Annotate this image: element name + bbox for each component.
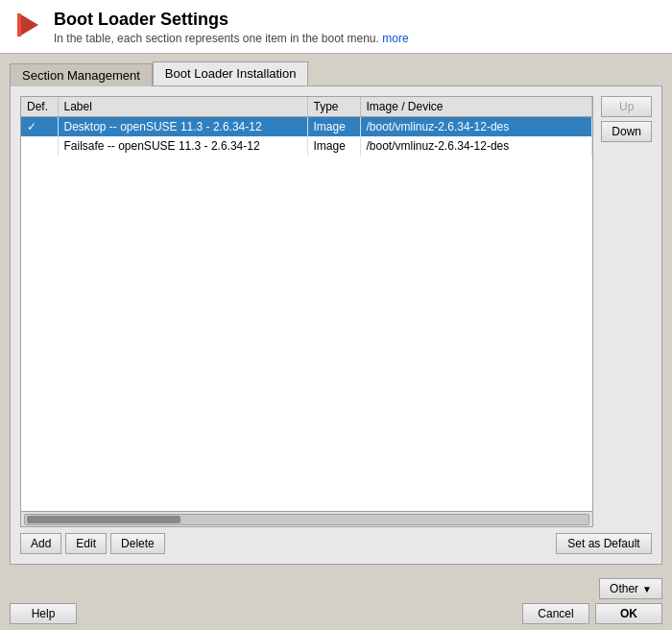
tabs: Section Management Boot Loader Installat… xyxy=(10,61,662,85)
table-wrapper: Def. Label Type Image / Device ✓Desktop … xyxy=(20,96,593,527)
other-button[interactable]: Other ▼ xyxy=(599,578,662,599)
page-title: Boot Loader Settings xyxy=(54,10,409,30)
table-header-row: Def. Label Type Image / Device xyxy=(21,97,592,117)
footer-bottom: Help Cancel OK xyxy=(10,603,662,624)
set-default-button[interactable]: Set as Default xyxy=(556,533,652,554)
up-button[interactable]: Up xyxy=(601,96,652,117)
ok-button[interactable]: OK xyxy=(595,603,662,624)
cell-default: ✓ xyxy=(21,117,58,137)
svg-marker-0 xyxy=(19,13,38,36)
scrollbar-track[interactable] xyxy=(24,514,589,525)
boot-loader-icon xyxy=(13,10,44,40)
cell-type: Image xyxy=(307,136,360,156)
cell-image: /boot/vmlinuz-2.6.34-12-des xyxy=(360,136,592,156)
more-link[interactable]: more xyxy=(382,32,408,45)
table-row[interactable]: Failsafe -- openSUSE 11.3 - 2.6.34-12Ima… xyxy=(21,136,592,156)
chevron-down-icon: ▼ xyxy=(642,584,652,594)
tab-panel: Def. Label Type Image / Device ✓Desktop … xyxy=(10,85,662,565)
cell-type: Image xyxy=(307,117,360,137)
cell-label: Failsafe -- openSUSE 11.3 - 2.6.34-12 xyxy=(58,136,307,156)
help-button[interactable]: Help xyxy=(10,603,77,624)
bottom-buttons: Add Edit Delete Set as Default xyxy=(20,533,652,554)
col-def: Def. xyxy=(21,97,58,117)
table-row[interactable]: ✓Desktop -- openSUSE 11.3 - 2.6.34-12Ima… xyxy=(21,117,592,137)
header: Boot Loader Settings In the table, each … xyxy=(0,0,672,54)
col-type: Type xyxy=(307,97,360,117)
cancel-button[interactable]: Cancel xyxy=(522,603,589,624)
delete-button[interactable]: Delete xyxy=(110,533,165,554)
cell-default xyxy=(21,136,58,156)
add-button[interactable]: Add xyxy=(20,533,61,554)
svg-rect-1 xyxy=(17,13,21,36)
col-label: Label xyxy=(58,97,307,117)
tab-boot-loader-installation[interactable]: Boot Loader Installation xyxy=(153,61,309,85)
header-description: In the table, each section represents on… xyxy=(54,32,409,45)
side-buttons: Up Down xyxy=(601,96,652,527)
main-content: Section Management Boot Loader Installat… xyxy=(0,54,672,572)
boot-entries-table: Def. Label Type Image / Device ✓Desktop … xyxy=(21,97,592,156)
footer-top: Other ▼ xyxy=(10,578,662,599)
col-image: Image / Device xyxy=(360,97,592,117)
tab-section-management[interactable]: Section Management xyxy=(10,63,153,86)
down-button[interactable]: Down xyxy=(601,121,652,142)
edit-button[interactable]: Edit xyxy=(65,533,107,554)
footer-right-buttons: Cancel OK xyxy=(522,603,662,624)
cell-image: /boot/vmlinuz-2.6.34-12-des xyxy=(360,117,592,137)
cell-label: Desktop -- openSUSE 11.3 - 2.6.34-12 xyxy=(58,117,307,137)
horizontal-scrollbar[interactable] xyxy=(20,512,593,527)
header-text: Boot Loader Settings In the table, each … xyxy=(54,10,409,45)
table-scroll[interactable]: Def. Label Type Image / Device ✓Desktop … xyxy=(20,96,593,512)
table-container: Def. Label Type Image / Device ✓Desktop … xyxy=(20,96,652,527)
scrollbar-thumb[interactable] xyxy=(27,516,180,523)
bottom-left-buttons: Add Edit Delete xyxy=(20,533,165,554)
footer: Other ▼ Help Cancel OK xyxy=(0,572,672,630)
